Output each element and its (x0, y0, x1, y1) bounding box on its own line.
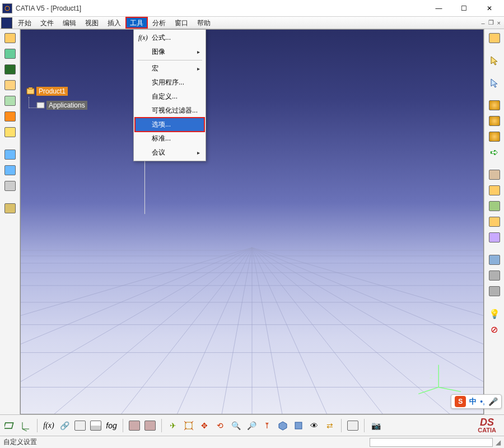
menu-help[interactable]: 帮助 (193, 17, 215, 29)
bt-camera-icon[interactable]: 📷 (369, 419, 382, 432)
menu-file[interactable]: 文件 (36, 17, 58, 29)
bt-table-icon[interactable] (89, 419, 102, 432)
bt-pan-icon[interactable]: ✥ (198, 419, 211, 432)
ime-lang-label[interactable]: 中 (469, 396, 477, 407)
measure2-icon[interactable] (487, 269, 502, 282)
mdi-close-icon[interactable]: × (497, 20, 501, 26)
menu-insert[interactable]: 插入 (103, 17, 125, 29)
ime-mic-icon[interactable]: 🎤 (488, 397, 498, 406)
dd-image[interactable]: 图像 (135, 45, 204, 59)
status-input[interactable] (370, 438, 493, 447)
right-tool-1-icon[interactable] (487, 31, 502, 45)
left-tool-2-icon[interactable] (3, 47, 17, 60)
dd-standards[interactable]: 标准... (135, 132, 204, 146)
dd-visfilter[interactable]: 可视化过滤器... (135, 104, 204, 118)
tree-child-row[interactable]: Applications (36, 100, 87, 111)
bt-axis-icon[interactable] (19, 419, 32, 432)
bt-rotate-icon[interactable]: ⟲ (213, 419, 227, 432)
dd-conference[interactable]: 会议 (135, 146, 204, 160)
bt-normal-icon[interactable]: ⤒ (260, 419, 274, 432)
dd-macro[interactable]: 宏 (135, 62, 204, 76)
list5-icon[interactable] (487, 231, 502, 244)
tools-dropdown: f(x)公式... 图像 宏 实用程序... 自定义... 可视化过滤器... … (133, 29, 206, 161)
maximize-button[interactable]: ☐ (451, 1, 477, 16)
measure3-icon[interactable] (487, 284, 502, 298)
measure1-icon[interactable] (487, 253, 502, 267)
list1-icon[interactable] (487, 168, 502, 181)
catia-logo: DS CATIA (478, 417, 501, 433)
minimize-button[interactable]: — (426, 1, 451, 16)
bt-part1-icon[interactable] (128, 419, 141, 432)
gear2-icon[interactable] (487, 114, 502, 128)
dd-conference-label: 会议 (152, 148, 165, 157)
menu-window[interactable]: 窗口 (170, 17, 193, 29)
bt-plane-icon[interactable] (3, 419, 17, 432)
list4-icon[interactable] (487, 215, 502, 228)
bt-zoomin-icon[interactable]: 🔍 (229, 419, 242, 432)
bt-zoomout-icon[interactable]: 🔎 (245, 419, 258, 432)
svg-rect-32 (37, 102, 44, 108)
menu-edit[interactable]: 编辑 (58, 17, 81, 29)
tree-root-row[interactable]: Product1 (26, 86, 87, 97)
left-tool-8-icon[interactable] (3, 148, 17, 161)
tree-connector (29, 97, 36, 108)
bt-hide-icon[interactable]: 👁 (307, 419, 321, 432)
dd-formula[interactable]: f(x)公式... (135, 31, 204, 45)
bt-part2-icon[interactable] (143, 419, 157, 432)
svg-line-21 (252, 248, 382, 414)
pointer-icon[interactable] (487, 54, 502, 67)
no-bulb-icon[interactable]: ⊘ (487, 323, 502, 336)
mdi-restore-icon[interactable]: ❐ (488, 19, 494, 26)
bt-rule-icon[interactable] (73, 419, 87, 432)
dd-customize[interactable]: 自定义... (135, 90, 204, 104)
svg-line-11 (21, 248, 252, 414)
tree-root-label: Product1 (36, 87, 68, 96)
menu-tools[interactable]: 工具 (125, 17, 148, 29)
viewport-3d[interactable]: Product1 Applications z (20, 29, 484, 414)
bt-fx-icon[interactable]: f(x) (42, 419, 55, 432)
gear3-icon[interactable] (487, 130, 502, 143)
ime-punct-icon[interactable]: •, (480, 397, 485, 406)
left-tool-5-icon[interactable] (3, 94, 17, 108)
bt-chain-icon[interactable]: 🔗 (58, 419, 71, 432)
bulb-icon[interactable]: 💡 (487, 307, 502, 320)
dd-visfilter-label: 可视化过滤器... (152, 106, 198, 115)
bt-fly-icon[interactable]: ✈ (166, 419, 180, 432)
left-tool-6-icon[interactable] (3, 110, 17, 123)
window-controls: — ☐ ✕ (426, 1, 502, 16)
menu-view[interactable]: 视图 (81, 17, 103, 29)
bt-law-icon[interactable]: fog (105, 419, 118, 432)
svg-line-12 (21, 248, 252, 414)
list3-icon[interactable] (487, 199, 502, 213)
bottom-toolbar: f(x) 🔗 fog ✈ ✥ ⟲ 🔍 🔎 ⤒ 👁 ⇄ 📷 DS CATIA (0, 414, 504, 436)
bt-shade-icon[interactable] (292, 419, 305, 432)
resize-grip-icon[interactable]: ◢ (493, 438, 501, 446)
svg-line-15 (122, 248, 252, 414)
window-title: CATIA V5 - [Product1] (16, 4, 426, 12)
start-icon[interactable] (1, 17, 12, 29)
left-tool-11-icon[interactable] (3, 202, 17, 215)
dd-utilities[interactable]: 实用程序... (135, 76, 204, 90)
left-tool-4-icon[interactable] (3, 78, 17, 92)
bt-graph-icon[interactable] (346, 419, 360, 432)
menu-analyze[interactable]: 分析 (148, 17, 170, 29)
statusbar: 自定义设置 ◢ (0, 436, 504, 448)
close-button[interactable]: ✕ (477, 1, 502, 16)
export-icon[interactable]: ➪ (487, 146, 502, 159)
bt-fit-icon[interactable] (182, 419, 195, 432)
bt-iso-icon[interactable] (276, 419, 290, 432)
left-tool-3-icon[interactable] (3, 63, 17, 76)
left-tool-1-icon[interactable] (3, 31, 17, 45)
bt-swap-icon[interactable]: ⇄ (323, 419, 337, 432)
mdi-minimize-icon[interactable]: – (481, 20, 484, 26)
dd-options[interactable]: 选项... (135, 118, 204, 132)
product-icon (26, 87, 35, 95)
left-tool-9-icon[interactable] (3, 164, 17, 177)
ime-widget[interactable]: S 中 •, 🎤 (451, 394, 502, 409)
menu-start[interactable]: 开始 (13, 17, 36, 29)
compass-pointer-icon[interactable] (487, 76, 502, 90)
gear1-icon[interactable] (487, 99, 502, 112)
list2-icon[interactable] (487, 184, 502, 197)
left-tool-10-icon[interactable] (3, 179, 17, 193)
left-tool-7-icon[interactable] (3, 125, 17, 139)
